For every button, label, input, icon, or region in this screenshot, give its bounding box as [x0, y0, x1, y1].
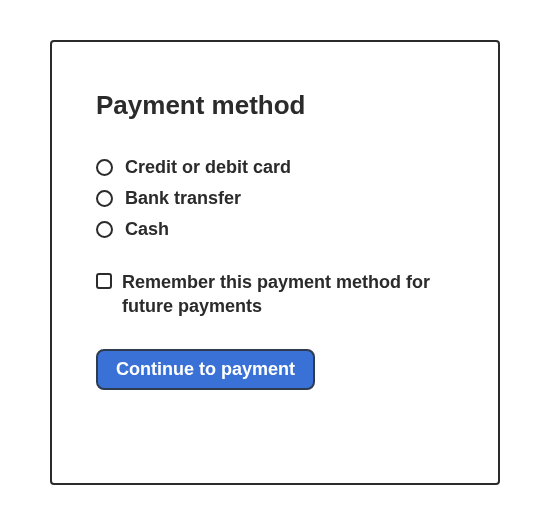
- radio-icon: [96, 190, 113, 207]
- payment-options: Credit or debit card Bank transfer Cash: [96, 157, 454, 240]
- radio-icon: [96, 221, 113, 238]
- option-bank-transfer[interactable]: Bank transfer: [96, 188, 454, 209]
- page-title: Payment method: [96, 90, 454, 121]
- option-label: Cash: [125, 219, 169, 240]
- payment-method-card: Payment method Credit or debit card Bank…: [50, 40, 500, 485]
- option-cash[interactable]: Cash: [96, 219, 454, 240]
- option-label: Bank transfer: [125, 188, 241, 209]
- option-label: Credit or debit card: [125, 157, 291, 178]
- option-credit-or-debit-card[interactable]: Credit or debit card: [96, 157, 454, 178]
- checkbox-icon: [96, 273, 112, 289]
- remember-payment-checkbox[interactable]: Remember this payment method for future …: [96, 270, 454, 319]
- radio-icon: [96, 159, 113, 176]
- checkbox-label: Remember this payment method for future …: [122, 270, 454, 319]
- continue-to-payment-button[interactable]: Continue to payment: [96, 349, 315, 390]
